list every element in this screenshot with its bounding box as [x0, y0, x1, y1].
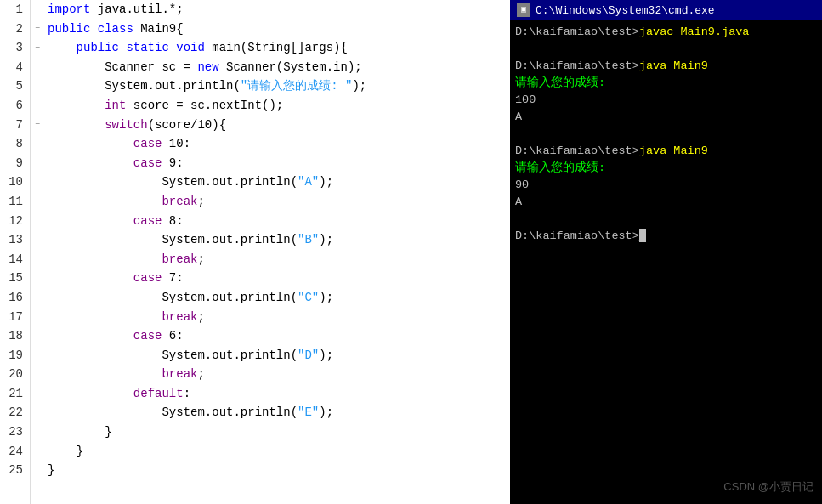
code-line: Scanner sc = new Scanner(System.in); [48, 58, 510, 77]
code-line: case 7: [48, 269, 510, 288]
code-line: public static void main(String[]args){ [48, 38, 510, 58]
code-line: break; [48, 250, 510, 269]
code-line: import java.util.*; [48, 0, 510, 20]
cmd-body: D:\kaifamiao\test>javac Main9.java D:\ka… [510, 20, 822, 504]
code-line: break; [48, 192, 510, 212]
code-line: System.out.println("D"); [48, 346, 510, 365]
cmd-panel: ▣ C:\Windows\System32\cmd.exe D:\kaifami… [510, 0, 822, 504]
cmd-output-line: 90 [515, 177, 817, 194]
code-line: break; [48, 308, 510, 327]
code-line: System.out.println("请输入您的成绩: "); [48, 76, 510, 96]
code-line: } [48, 442, 510, 462]
cmd-titlebar: ▣ C:\Windows\System32\cmd.exe [510, 0, 822, 20]
cmd-output-line: D:\kaifamiao\test>java Main9 [515, 143, 817, 160]
code-line: System.out.println("A"); [48, 173, 510, 192]
cmd-prompt-line: D:\kaifamiao\test>_ [515, 228, 817, 245]
code-line: case 10: [48, 134, 510, 154]
code-line: case 8: [48, 212, 510, 231]
cmd-output-line [515, 211, 817, 228]
code-line: case 9: [48, 154, 510, 173]
code-line: System.out.println("B"); [48, 230, 510, 250]
code-line: break; [48, 365, 510, 384]
cmd-title: C:\Windows\System32\cmd.exe [536, 4, 715, 17]
cmd-output-line: A [515, 194, 817, 211]
cmd-output-line: D:\kaifamiao\test>java Main9 [515, 58, 817, 75]
cmd-output-line: 请输入您的成绩: [515, 160, 817, 177]
code-line: } [48, 461, 510, 480]
cmd-output-line [515, 41, 817, 58]
watermark: CSDN @小贾日记 [723, 479, 813, 496]
collapse-column [31, 0, 44, 504]
cmd-icon: ▣ [517, 3, 530, 17]
code-line: switch(score/10){ [48, 116, 510, 135]
code-line: System.out.println("E"); [48, 403, 510, 422]
cmd-output-line: 请输入您的成绩: [515, 75, 817, 92]
code-area: 1 2 3 4 5 6 7 8 9 10 11 12 13 14 15 16 1… [0, 0, 510, 504]
cmd-output-line: 100 [515, 92, 817, 109]
code-line: case 6: [48, 326, 510, 346]
code-line: } [48, 422, 510, 442]
code-line: System.out.println("C"); [48, 288, 510, 308]
editor-panel: 1 2 3 4 5 6 7 8 9 10 11 12 13 14 15 16 1… [0, 0, 510, 504]
cmd-output-line: D:\kaifamiao\test>javac Main9.java [515, 24, 817, 41]
code-line: public class Main9{ [48, 20, 510, 39]
line-numbers: 1 2 3 4 5 6 7 8 9 10 11 12 13 14 15 16 1… [0, 0, 31, 504]
code-content: import java.util.*; public class Main9{ … [44, 0, 510, 504]
cmd-output-line: A [515, 109, 817, 126]
code-line: int score = sc.nextInt(); [48, 96, 510, 116]
cmd-output-line [515, 126, 817, 143]
code-line: default: [48, 384, 510, 404]
